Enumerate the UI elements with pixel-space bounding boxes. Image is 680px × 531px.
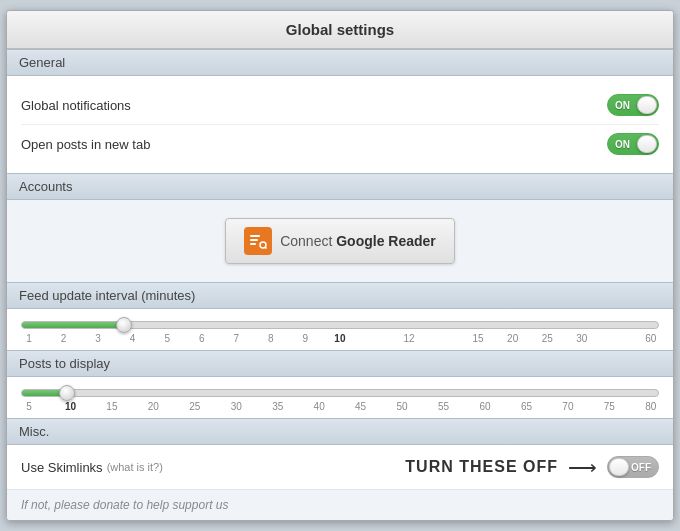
donate-text: If not, please donate to help support us [7,489,673,520]
feed-interval-ticks: 1 2 3 4 5 6 7 8 9 10 12 15 20 25 30 60 [21,333,659,344]
global-notifications-label: Global notifications [21,98,131,113]
posts-display-section-header: Posts to display [7,350,673,377]
skimlinks-row: Use Skimlinks (what is it?) TURN THESE O… [21,455,659,479]
misc-section-body: Use Skimlinks (what is it?) TURN THESE O… [7,445,673,489]
google-reader-icon [244,227,272,255]
general-section-body: Global notifications ON Open posts in ne… [7,76,673,173]
toggle-knob [637,96,657,114]
feed-interval-slider-fill [22,322,124,328]
toggle-knob-3 [609,458,629,476]
posts-display-slider-container [21,389,659,397]
open-posts-row: Open posts in new tab ON [21,124,659,163]
svg-rect-1 [250,239,258,241]
posts-display-ticks: 5 10 15 20 25 30 35 40 45 50 55 60 65 70… [21,401,659,412]
toggle-knob-2 [637,135,657,153]
feed-interval-slider-thumb[interactable] [116,317,132,333]
svg-rect-0 [250,235,260,237]
feed-interval-section-body: 1 2 3 4 5 6 7 8 9 10 12 15 20 25 30 60 [7,309,673,350]
posts-display-section-body: 5 10 15 20 25 30 35 40 45 50 55 60 65 70… [7,377,673,418]
arrow-right-icon: ⟶ [568,455,597,479]
posts-display-slider-track [21,389,659,397]
open-posts-label: Open posts in new tab [21,137,150,152]
what-is-it-label[interactable]: (what is it?) [107,461,163,473]
connect-text: Connect Google Reader [280,233,436,249]
svg-rect-2 [250,243,256,245]
dialog-title: Global settings [7,11,673,49]
global-settings-dialog: Global settings General Global notificat… [6,10,674,521]
svg-line-4 [265,247,266,248]
global-notifications-row: Global notifications ON [21,86,659,124]
skimlinks-label-group: Use Skimlinks (what is it?) [21,460,163,475]
turn-off-label: TURN THESE OFF [405,458,558,476]
accounts-section-header: Accounts [7,173,673,200]
skimlinks-toggle[interactable]: OFF [607,456,659,478]
open-posts-toggle[interactable]: ON [607,133,659,155]
misc-right-group: TURN THESE OFF ⟶ OFF [405,455,659,479]
general-section-header: General [7,49,673,76]
misc-section-header: Misc. [7,418,673,445]
accounts-section-body: Connect Google Reader [7,200,673,282]
feed-interval-section-header: Feed update interval (minutes) [7,282,673,309]
posts-display-slider-thumb[interactable] [59,385,75,401]
feed-interval-slider-track [21,321,659,329]
global-notifications-toggle[interactable]: ON [607,94,659,116]
connect-google-reader-button[interactable]: Connect Google Reader [225,218,455,264]
feed-interval-slider-container [21,321,659,329]
skimlinks-label: Use Skimlinks [21,460,103,475]
